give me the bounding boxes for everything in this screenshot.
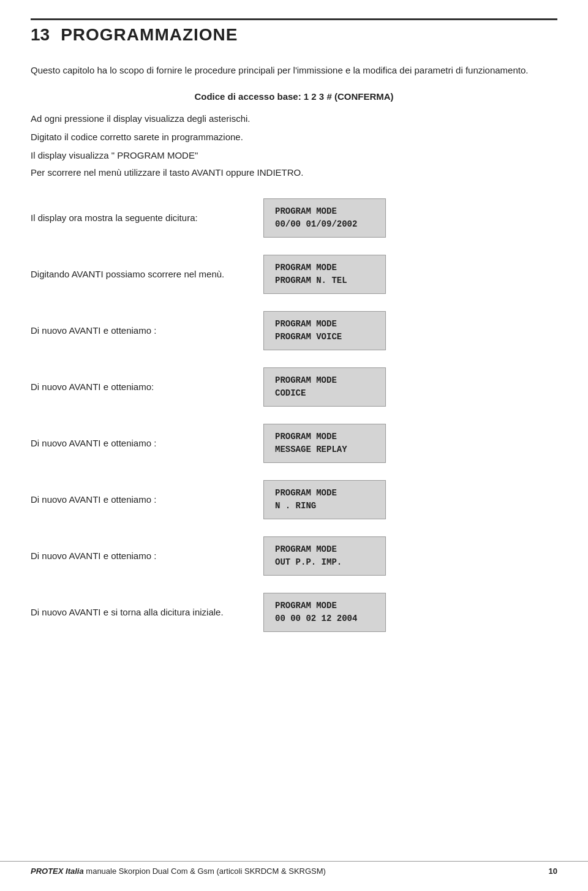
chapter-header: 13 PROGRAMMAZIONE — [31, 18, 557, 45]
chapter-number: 13 — [31, 25, 50, 45]
display-box-0: PROGRAM MODE00/00 01/09/2002 — [263, 198, 386, 238]
display-box-3: PROGRAM MODECODICE — [263, 367, 386, 407]
codice-desc3: Il display visualizza " PROGRAM MODE" — [31, 148, 557, 163]
display-box-4: PROGRAM MODEMESSAGE REPLAY — [263, 424, 386, 463]
mode-row-label-4: Di nuovo AVANTI e otteniamo : — [31, 437, 263, 451]
mode-row-5: Di nuovo AVANTI e otteniamo :PROGRAM MOD… — [31, 480, 557, 519]
mode-row-label-2: Di nuovo AVANTI e otteniamo : — [31, 324, 263, 338]
mode-row-0: Il display ora mostra la seguente dicitu… — [31, 198, 557, 238]
mode-row-2: Di nuovo AVANTI e otteniamo :PROGRAM MOD… — [31, 311, 557, 350]
page-footer: PROTEX Italia manuale Skorpion Dual Com … — [0, 861, 588, 876]
codice-title: Codice di accesso base: 1 2 3 # (CONFERM… — [31, 91, 557, 102]
codice-desc4: Per scorrere nel menù utilizzare il tast… — [31, 165, 557, 180]
mode-row-display-6: PROGRAM MODEOUT P.P. IMP. — [263, 536, 557, 576]
mode-row-label-3: Di nuovo AVANTI e otteniamo: — [31, 380, 263, 394]
mode-rows-section: Il display ora mostra la seguente dicitu… — [31, 198, 557, 632]
display-box-6: PROGRAM MODEOUT P.P. IMP. — [263, 536, 386, 576]
mode-row-display-1: PROGRAM MODEPROGRAM N. TEL — [263, 255, 557, 294]
mode-row-label-0: Il display ora mostra la seguente dicitu… — [31, 211, 263, 225]
codice-desc2: Digitato il codice corretto sarete in pr… — [31, 130, 557, 145]
footer-manual: manuale Skorpion Dual Com & Gsm (articol… — [86, 867, 326, 876]
footer-brand: PROTEX Italia — [31, 867, 84, 876]
display-box-7: PROGRAM MODE00 00 02 12 2004 — [263, 593, 386, 632]
codice-section: Codice di accesso base: 1 2 3 # (CONFERM… — [31, 91, 557, 102]
mode-row-7: Di nuovo AVANTI e si torna alla dicitura… — [31, 593, 557, 632]
mode-row-label-7: Di nuovo AVANTI e si torna alla dicitura… — [31, 606, 263, 620]
mode-row-label-1: Digitando AVANTI possiamo scorrere nel m… — [31, 268, 263, 282]
mode-row-label-5: Di nuovo AVANTI e otteniamo : — [31, 493, 263, 507]
display-box-2: PROGRAM MODEPROGRAM VOICE — [263, 311, 386, 350]
mode-row-6: Di nuovo AVANTI e otteniamo :PROGRAM MOD… — [31, 536, 557, 576]
mode-row-display-5: PROGRAM MODEN . RING — [263, 480, 557, 519]
chapter-title: PROGRAMMAZIONE — [61, 25, 238, 45]
mode-row-display-3: PROGRAM MODECODICE — [263, 367, 557, 407]
mode-row-4: Di nuovo AVANTI e otteniamo :PROGRAM MOD… — [31, 424, 557, 463]
mode-row-display-7: PROGRAM MODE00 00 02 12 2004 — [263, 593, 557, 632]
mode-row-display-4: PROGRAM MODEMESSAGE REPLAY — [263, 424, 557, 463]
codice-desc1: Ad ogni pressione il display visualizza … — [31, 111, 557, 126]
mode-row-display-0: PROGRAM MODE00/00 01/09/2002 — [263, 198, 557, 238]
footer-left: PROTEX Italia manuale Skorpion Dual Com … — [31, 867, 326, 876]
mode-row-3: Di nuovo AVANTI e otteniamo:PROGRAM MODE… — [31, 367, 557, 407]
display-box-5: PROGRAM MODEN . RING — [263, 480, 386, 519]
display-box-1: PROGRAM MODEPROGRAM N. TEL — [263, 255, 386, 294]
mode-row-display-2: PROGRAM MODEPROGRAM VOICE — [263, 311, 557, 350]
mode-row-1: Digitando AVANTI possiamo scorrere nel m… — [31, 255, 557, 294]
mode-row-label-6: Di nuovo AVANTI e otteniamo : — [31, 549, 263, 563]
intro-paragraph: Questo capitolo ha lo scopo di fornire l… — [31, 63, 557, 78]
footer-page: 10 — [549, 867, 557, 876]
